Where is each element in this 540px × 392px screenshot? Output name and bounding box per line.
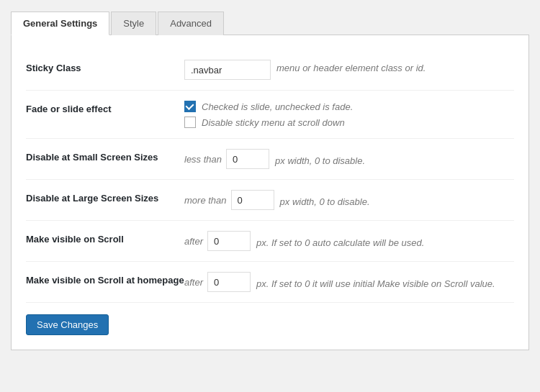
visible-scroll-homepage-control: after px. If set to 0 it will use initia…	[184, 272, 514, 292]
disable-large-control: more than px width, 0 to disable.	[184, 190, 514, 210]
fade-slide-checkbox1-label: Checked is slide, unchecked is fade.	[202, 101, 353, 112]
tab-style[interactable]: Style	[111, 12, 156, 35]
fade-slide-row: Fade or slide effect Checked is slide, u…	[26, 91, 514, 139]
settings-panel: Sticky Class menu or header element clas…	[11, 35, 529, 350]
disable-small-row: Disable at Small Screen Sizes less than …	[26, 139, 514, 180]
tabs-bar: General Settings Style Advanced	[11, 11, 529, 35]
disable-large-hint: px width, 0 to disable.	[280, 193, 370, 207]
disable-small-label: Disable at Small Screen Sizes	[26, 149, 184, 164]
disable-small-input[interactable]	[226, 149, 269, 169]
fade-slide-checkbox1-row: Checked is slide, unchecked is fade.	[184, 101, 353, 112]
disable-large-prefix: more than	[184, 195, 227, 206]
tab-advanced[interactable]: Advanced	[158, 12, 224, 35]
sticky-class-hint: menu or header element class or id.	[276, 60, 426, 73]
visible-scroll-hint: px. If set to 0 auto calculate will be u…	[256, 234, 424, 248]
disable-small-control: less than px width, 0 to disable.	[184, 149, 514, 169]
visible-scroll-row: Make visible on Scroll after px. If set …	[26, 221, 514, 262]
fade-slide-checkbox1[interactable]	[184, 101, 196, 112]
fade-slide-checkbox2[interactable]	[184, 117, 196, 128]
disable-small-prefix: less than	[184, 154, 222, 165]
sticky-class-input[interactable]	[184, 60, 271, 80]
sticky-class-label: Sticky Class	[26, 60, 184, 75]
visible-scroll-label: Make visible on Scroll	[26, 231, 184, 246]
page-container: General Settings Style Advanced Sticky C…	[0, 0, 540, 361]
sticky-class-control: menu or header element class or id.	[184, 60, 514, 80]
disable-large-row: Disable at Large Screen Sizes more than …	[26, 180, 514, 221]
disable-large-label: Disable at Large Screen Sizes	[26, 190, 184, 205]
fade-slide-checkbox2-row: Disable sticky menu at scroll down	[184, 117, 345, 128]
visible-scroll-input[interactable]	[207, 231, 251, 251]
tab-general-settings[interactable]: General Settings	[11, 12, 109, 35]
visible-scroll-homepage-hint: px. If set to 0 it will use initial Make…	[256, 275, 495, 289]
visible-scroll-homepage-input[interactable]	[207, 272, 251, 292]
visible-scroll-control: after px. If set to 0 auto calculate wil…	[184, 231, 514, 251]
fade-slide-label: Fade or slide effect	[26, 101, 184, 116]
visible-scroll-homepage-label: Make visible on Scroll at homepage	[26, 272, 184, 287]
disable-small-hint: px width, 0 to disable.	[275, 152, 365, 166]
visible-scroll-homepage-row: Make visible on Scroll at homepage after…	[26, 262, 514, 303]
visible-scroll-homepage-prefix: after	[184, 277, 203, 288]
fade-slide-control: Checked is slide, unchecked is fade. Dis…	[184, 101, 514, 128]
fade-slide-checkbox2-label: Disable sticky menu at scroll down	[202, 117, 345, 128]
disable-large-input[interactable]	[231, 190, 274, 210]
sticky-class-row: Sticky Class menu or header element clas…	[26, 50, 514, 91]
save-changes-button[interactable]: Save Changes	[26, 314, 109, 335]
visible-scroll-prefix: after	[184, 236, 203, 247]
